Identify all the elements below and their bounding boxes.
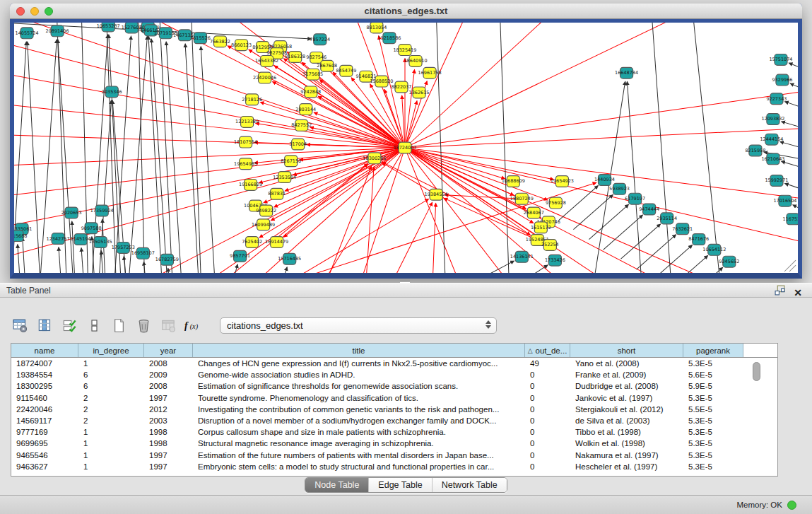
graph-node[interactable]: 17359924: [90, 205, 114, 216]
graph-node[interactable]: 7663822: [210, 36, 230, 47]
vertical-scrollbar-thumb[interactable]: [753, 362, 760, 381]
graph-node[interactable]: 2035346: [102, 86, 122, 98]
graph-node[interactable]: 2684067: [524, 207, 544, 218]
column-header-short[interactable]: short: [570, 344, 683, 357]
float-panel-icon[interactable]: [775, 285, 785, 300]
graph-node[interactable]: 19218586: [377, 33, 401, 44]
graph-node[interactable]: 887831: [268, 188, 286, 199]
graph-node[interactable]: 9227343: [766, 93, 787, 105]
graph-node[interactable]: 1440934: [594, 175, 615, 186]
table-cell-out_degree: 49: [525, 358, 570, 369]
graph-node[interactable]: 12213389: [235, 117, 259, 128]
graph-node[interactable]: 7857224: [310, 34, 330, 45]
graph-node[interactable]: 252254: [541, 240, 559, 251]
graph-node[interactable]: 1167533: [783, 214, 798, 225]
table-row[interactable]: 946554611997Estimation of the future num…: [11, 450, 777, 461]
graph-node[interactable]: 6179197: [625, 193, 645, 204]
graph-node[interactable]: 9756928: [546, 197, 566, 209]
graph-node[interactable]: 8660123: [231, 40, 252, 51]
svg-text:8186328: 8186328: [285, 54, 305, 59]
graph-node[interactable]: 12342757: [47, 233, 70, 245]
graph-node[interactable]: 10653287: [97, 23, 120, 32]
graph-node[interactable]: 15716485: [278, 253, 301, 264]
function-builder-icon[interactable]: f(x): [184, 317, 202, 334]
column-header-pagerank[interactable]: pagerank: [683, 344, 743, 357]
graph-node[interactable]: 2803144: [295, 104, 316, 115]
table-row[interactable]: 911546021997Tourette syndrome. Phenomeno…: [11, 392, 777, 404]
tab-edge-table[interactable]: Edge Table: [368, 478, 431, 492]
graph-node[interactable]: 2935114: [657, 213, 677, 224]
graph-node[interactable]: 14055724: [15, 28, 38, 39]
graph-node[interactable]: 8813054: [366, 23, 387, 33]
graph-node[interactable]: 8471676: [688, 234, 709, 245]
table-row[interactable]: 2242004622012Investigating the contribut…: [11, 404, 777, 415]
column-header-in_degree[interactable]: in_degree: [78, 344, 144, 357]
graph-node[interactable]: 18107554: [234, 136, 257, 148]
graph-node[interactable]: 15751074: [769, 54, 792, 65]
row-height-icon[interactable]: [85, 317, 103, 334]
column-visibility-icon[interactable]: [35, 317, 54, 334]
close-window-button[interactable]: [16, 7, 25, 16]
graph-node[interactable]: 8267150: [281, 156, 301, 167]
zoom-window-button[interactable]: [45, 7, 53, 16]
graph-node[interactable]: 20891406: [46, 25, 69, 37]
network-canvas[interactable]: 1405572420891406160338097857224106532871…: [14, 23, 798, 273]
graph-edge: [669, 255, 708, 273]
window-titlebar[interactable]: citations_edges.txt: [10, 4, 802, 19]
tab-network-table[interactable]: Network Table: [432, 478, 507, 492]
close-panel-icon[interactable]: ✕: [794, 287, 802, 298]
graph-node[interactable]: 10688609: [502, 176, 525, 187]
table-row[interactable]: 1938455462009Genome-wide association stu…: [11, 369, 777, 380]
new-column-icon[interactable]: [110, 317, 128, 334]
vertical-scrollbar[interactable]: [753, 362, 760, 474]
graph-node[interactable]: 10654112: [702, 244, 726, 255]
graph-node[interactable]: 1733426: [545, 255, 565, 266]
graph-node[interactable]: 18325419: [393, 45, 416, 56]
graph-node[interactable]: 9474444: [639, 204, 659, 215]
graph-node[interactable]: 19166829: [239, 179, 262, 190]
graph-node[interactable]: 12444154: [760, 134, 783, 145]
tab-node-table[interactable]: Node Table: [305, 478, 368, 492]
graph-node[interactable]: 12093832: [761, 114, 784, 125]
graph-node[interactable]: 8454749: [336, 65, 356, 76]
table-disabled-icon[interactable]: [159, 317, 177, 334]
graph-node[interactable]: 1145194: [71, 234, 91, 245]
table-selector[interactable]: citations_edges.txt: [220, 317, 497, 334]
graph-node[interactable]: 16914479: [265, 237, 288, 248]
graph-node[interactable]: 8215958: [745, 145, 765, 156]
column-header-name[interactable]: name: [11, 344, 78, 357]
column-header-year[interactable]: year: [144, 344, 193, 357]
graph-node[interactable]: 9857791: [230, 250, 250, 262]
delete-column-icon[interactable]: [134, 317, 153, 334]
graph-node[interactable]: 14136141: [510, 251, 534, 262]
graph-node[interactable]: 16782759: [155, 254, 179, 265]
graph-node[interactable]: 19654923: [551, 176, 574, 187]
column-header-title[interactable]: title: [193, 344, 525, 357]
resize-grip-icon[interactable]: [784, 260, 796, 271]
minimize-window-button[interactable]: [30, 7, 39, 16]
graph-node[interactable]: 15992971: [765, 175, 788, 187]
table-row[interactable]: 969969511998Structural magnetic resonanc…: [11, 438, 777, 449]
graph-node[interactable]: 5938923: [609, 183, 630, 194]
table-row[interactable]: 1830029562008Estimation of significance …: [11, 380, 777, 392]
graph-node[interactable]: 9097588: [81, 223, 102, 234]
panel-splitter[interactable]: [400, 280, 410, 283]
table-row[interactable]: 1872400712008Changes of HCN gene express…: [11, 358, 777, 369]
graph-node[interactable]: 7632621: [672, 223, 693, 235]
graph-node[interactable]: 7625402: [242, 237, 262, 248]
graph-node[interactable]: 2718126: [242, 94, 262, 105]
graph-node[interactable]: 317004: [289, 139, 307, 150]
graph-node[interactable]: 18640910: [404, 55, 427, 66]
svg-text:19654923: 19654923: [551, 178, 574, 184]
table-row[interactable]: 977716911998Corpus callosum shape and si…: [11, 426, 777, 438]
graph-node[interactable]: 9329966: [772, 74, 792, 86]
table-row[interactable]: 946362711997Embryonic stem cells: a mode…: [11, 461, 777, 472]
graph-node[interactable]: 16099489: [252, 219, 275, 230]
graph-node[interactable]: 16648784: [615, 67, 638, 78]
graph-edge: [784, 102, 798, 107]
table-row[interactable]: 1456911722003Disruption of a novel membe…: [11, 415, 777, 426]
row-selection-check-icon[interactable]: [60, 317, 78, 334]
table-settings-icon[interactable]: [11, 317, 29, 334]
column-header-out_degree[interactable]: △out_de...: [525, 344, 570, 357]
graph-node[interactable]: 9245652: [719, 256, 739, 267]
